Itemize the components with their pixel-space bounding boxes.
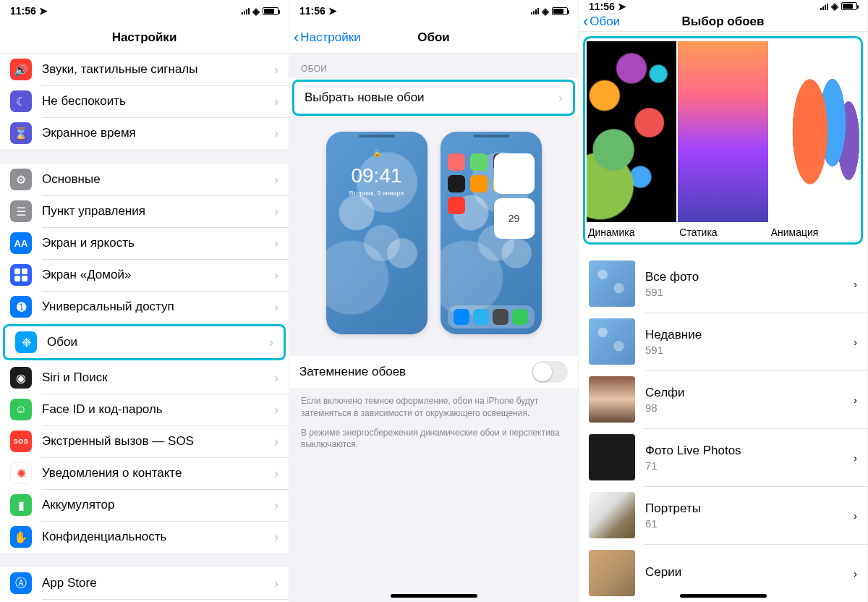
row-control[interactable]: ☰Пункт управления› [0,195,289,227]
page-title: Настройки [112,30,177,45]
album-name: Все фото [645,270,854,284]
person-icon: ➊ [10,296,32,318]
battery-icon [263,7,278,15]
category-label: Статика [678,222,767,239]
category-live[interactable]: Анимация [770,41,859,239]
category-label: Анимация [770,222,859,239]
nav-header: ‹ Обои Выбор обоев [579,13,867,32]
row-label: Экранное время [42,126,270,140]
chevron-right-icon: › [274,576,278,591]
chevron-right-icon: › [274,300,278,315]
chevron-right-icon: › [274,236,278,251]
cell-signal-icon [820,3,828,10]
lockscreen-date: Вторник, 9 января [326,190,427,197]
chevron-right-icon: › [274,62,278,77]
album-thumbnail [589,318,635,365]
row-label: Экран и яркость [42,236,270,250]
chevron-right-icon: › [274,370,278,386]
lock-icon: 🔒 [326,149,427,157]
row-label: App Store [42,576,270,590]
chevron-left-icon: ‹ [583,14,588,30]
album-livephotos[interactable]: Фото Live Photos71› [579,428,867,486]
footnote: Если включено темное оформление, обои на… [289,388,578,470]
dim-wallpaper-switch[interactable] [532,361,568,383]
widget-weather [494,153,535,194]
row-label: Конфиденциальность [42,530,270,544]
row-sounds[interactable]: 🔊Звуки, тактильные сигналы› [0,54,289,85]
home-indicator[interactable] [680,594,767,598]
album-name: Серии [645,565,854,580]
screen-wallpaper: 11:56 ➤ ◈ ‹ Настройки Обои ОБОИ Выбрать … [289,0,579,602]
row-home[interactable]: Экран «Домой»› [0,259,289,291]
back-button[interactable]: ‹ Обои [583,13,620,31]
screen-settings-root: 11:56 ➤ ◈ Настройки 🔊Звуки, тактильные с… [0,0,289,602]
hourglass-icon: ⌛ [10,122,32,144]
chevron-right-icon: › [274,434,278,449]
album-selfies[interactable]: Селфи98› [579,370,867,428]
row-appstore[interactable]: ⒶApp Store› [0,567,289,599]
album-bursts[interactable]: Серии› [579,544,867,602]
chevron-right-icon: › [274,530,278,545]
chevron-right-icon: › [854,394,857,406]
location-icon: ➤ [328,5,337,17]
row-label: Пункт управления [42,204,270,219]
row-privacy[interactable]: ✋Конфиденциальность› [0,521,289,553]
statusbar: 11:56 ➤ ◈ [289,0,578,22]
toggles-icon: ☰ [10,200,32,222]
album-portraits[interactable]: Портреты61› [579,486,867,544]
faceid-icon: ☺ [10,399,32,420]
row-display[interactable]: AAЭкран и яркость› [0,227,289,259]
row-label: Экстренный вызов — SOS [42,434,270,449]
album-name: Фото Live Photos [645,444,854,458]
album-name: Селфи [645,386,854,400]
row-wallet[interactable]: ▤Wallet и Apple Pay› [0,599,289,602]
album-all-photos[interactable]: Все фото591› [579,255,867,313]
row-label: Универсальный доступ [42,300,270,314]
choose-new-wallpaper-row[interactable]: Выбрать новые обои › [294,82,573,114]
battery-icon: ▮ [10,494,32,516]
row-dnd[interactable]: ☾Не беспокоить› [0,85,289,117]
chevron-right-icon: › [274,126,278,141]
homescreen-preview[interactable]: 29 [441,132,542,334]
back-button[interactable]: ‹ Настройки [294,22,361,53]
category-dynamic[interactable]: Динамика [587,41,676,239]
row-wallpaper[interactable]: ❉Обои› [5,326,284,358]
chevron-right-icon: › [854,278,857,290]
statusbar: 11:56 ➤ ◈ [579,0,867,13]
settings-list[interactable]: 🔊Звуки, тактильные сигналы›☾Не беспокоит… [0,54,289,602]
row-label: Не беспокоить [42,94,270,109]
location-icon: ➤ [39,5,48,17]
home-indicator[interactable] [391,594,477,598]
screen-wallpaper-picker: 11:56 ➤ ◈ ‹ Обои Выбор обоев ДинамикаСта… [579,0,868,602]
row-label: Аккумулятор [42,498,270,512]
dim-wallpaper-row[interactable]: Затемнение обоев [289,356,578,388]
row-exposure[interactable]: ✺Уведомления о контакте› [0,457,289,489]
row-screentime[interactable]: ⌛Экранное время› [0,117,289,149]
album-recents[interactable]: Недавние591› [579,313,867,370]
row-access[interactable]: ➊Универсальный доступ› [0,291,289,323]
row-label: Уведомления о контакте [42,466,270,480]
row-label: Siri и Поиск [42,370,270,385]
page-title: Выбор обоев [682,14,765,29]
lockscreen-preview[interactable]: 🔒 09:41 Вторник, 9 января [326,132,427,334]
category-static[interactable]: Статика [678,41,767,239]
row-faceid[interactable]: ☺Face ID и код-пароль› [0,394,289,425]
album-count: 591 [645,286,854,298]
album-count: 61 [645,517,854,530]
row-general[interactable]: ⚙Основные› [0,164,289,195]
row-label: Звуки, тактильные сигналы [42,62,270,77]
chevron-right-icon: › [558,90,563,106]
wifi-icon: ◈ [831,1,838,12]
chevron-right-icon: › [274,204,278,219]
cell-signal-icon [242,7,250,14]
chevron-right-icon: › [269,335,273,350]
row-siri[interactable]: ◉Siri и Поиск› [0,362,289,394]
chevron-right-icon: › [274,402,278,417]
wifi-icon: ◈ [252,6,260,17]
album-thumbnail [589,550,635,596]
chevron-right-icon: › [274,172,278,187]
row-sos[interactable]: SOSЭкстренный вызов — SOS› [0,425,289,457]
album-thumbnail [589,376,635,423]
row-battery[interactable]: ▮Аккумулятор› [0,489,289,521]
volume-icon: 🔊 [10,59,32,80]
